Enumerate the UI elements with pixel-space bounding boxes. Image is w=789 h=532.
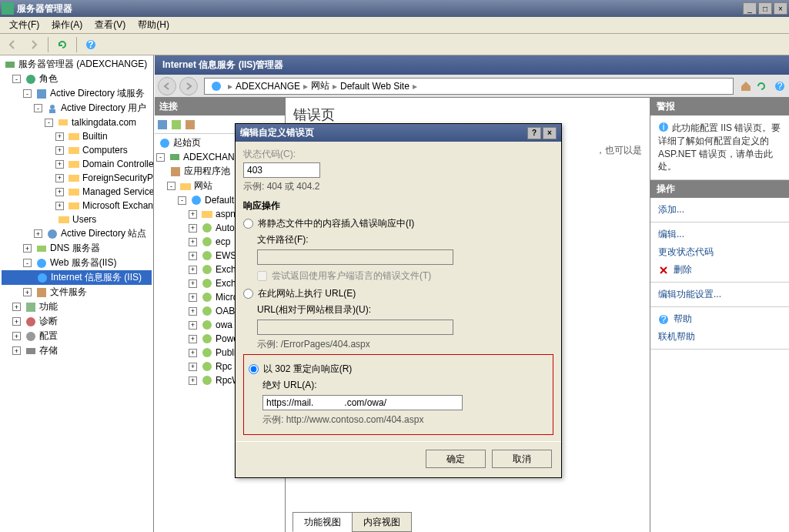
expander-icon[interactable]: - [45,119,53,127]
expander-icon[interactable]: + [189,376,197,385]
expander-icon[interactable]: - [23,259,32,267]
expander-icon[interactable]: + [189,266,197,274]
expander-icon[interactable]: + [34,229,42,238]
tree-fsp[interactable]: +ForeignSecurityPrincipals [2,171,152,185]
toolbar: ? [0,34,789,55]
tree-ad-ds[interactable]: -Active Directory 域服务 [2,86,152,101]
tree-file-svc[interactable]: +文件服务 [2,285,152,299]
file-path-input[interactable] [257,249,453,265]
tree-dc[interactable]: +Domain Controllers [2,157,152,171]
expander-icon[interactable]: + [189,252,197,260]
nav-help-icon[interactable]: ? [774,80,786,92]
ok-button[interactable]: 确定 [426,450,486,468]
tree-roles[interactable]: -角色 [2,72,152,86]
tab-features-view[interactable]: 功能视图 [293,512,353,532]
url-input[interactable] [257,320,453,335]
act-online-help[interactable]: 联机帮助 [650,328,789,346]
expander-icon[interactable]: + [189,307,197,316]
expander-icon[interactable]: + [55,174,64,182]
expander-icon[interactable]: + [12,346,21,355]
tree-ad-sites[interactable]: +Active Directory 站点 [2,226,152,241]
expander-icon[interactable]: + [55,160,64,169]
tree-features[interactable]: +功能 [2,299,152,314]
expander-icon[interactable]: - [156,153,165,162]
expander-icon[interactable]: + [189,321,197,330]
expander-icon[interactable]: + [189,279,197,288]
menu-file[interactable]: 文件(F) [3,17,45,33]
menu-action[interactable]: 操作(A) [45,17,89,33]
expander-icon[interactable]: + [23,244,32,253]
app-icon [201,319,213,331]
expander-icon[interactable]: + [189,293,197,302]
expander-icon[interactable]: + [55,146,64,155]
tree-storage[interactable]: +存储 [2,343,152,358]
app-icon [201,374,213,386]
tree-root[interactable]: 服务器管理器 (ADEXCHANGE) [2,57,152,72]
svg-point-41 [202,279,212,288]
radio-302[interactable]: 以 302 重定向响应(R) [249,363,548,376]
expander-icon[interactable]: + [189,210,197,219]
expander-icon[interactable]: - [12,75,21,83]
menu-view[interactable]: 查看(V) [89,17,132,33]
tree-ms-exch[interactable]: +Microsoft Exchange [2,199,152,212]
home-icon[interactable] [740,80,752,92]
disconnect-icon[interactable] [184,119,196,131]
tree-web-iis[interactable]: -Web 服务器(IIS) [2,256,152,270]
cancel-button[interactable]: 取消 [492,450,552,468]
bc-default-site[interactable]: Default Web Site [340,81,410,92]
radio-static[interactable]: 将静态文件中的内容插入错误响应中(I) [243,217,553,230]
tree-diag[interactable]: +诊断 [2,314,152,329]
expander-icon[interactable]: + [189,349,197,357]
refresh-icon[interactable] [755,80,767,92]
expander-icon[interactable]: + [23,288,32,296]
abs-url-input[interactable] [262,395,463,410]
dialog-close-button[interactable]: × [543,127,557,139]
dialog-help-button[interactable]: ? [527,127,541,139]
expander-icon[interactable]: + [55,188,64,196]
radio-exec-url[interactable]: 在此网站上执行 URL(E) [243,287,553,300]
info-icon: i [658,122,669,132]
expander-icon[interactable]: + [55,132,64,141]
tab-content-view[interactable]: 内容视图 [352,512,412,532]
tree-msa[interactable]: +Managed Service Accounts [2,185,152,199]
expander-icon[interactable]: + [189,224,197,233]
expander-icon[interactable]: - [167,182,176,190]
expander-icon[interactable]: - [34,104,42,112]
tree-computers[interactable]: +Computers [2,143,152,157]
expander-icon[interactable]: + [12,332,21,340]
svg-rect-3 [5,62,15,68]
act-add[interactable]: 添加... [650,201,789,219]
save-icon[interactable] [156,119,169,131]
expander-icon[interactable]: + [55,202,64,210]
help-button[interactable]: ? [82,36,100,53]
expander-icon[interactable]: + [12,303,21,311]
tree-builtin[interactable]: +Builtin [2,129,152,143]
tree-users[interactable]: Users [2,212,152,226]
tree-config[interactable]: +配置 [2,329,152,343]
tree-iis-manager[interactable]: Internet 信息服务 (IIS) [2,270,152,285]
act-change-code[interactable]: 更改状态代码 [650,243,789,261]
tree-ad-users[interactable]: -Active Directory 用户 [2,101,152,115]
expander-icon[interactable]: + [189,363,197,371]
bc-server[interactable]: ADEXCHANGE [236,81,300,92]
expander-icon[interactable]: + [189,238,197,246]
expander-icon[interactable]: + [12,317,21,326]
expander-icon[interactable]: - [23,89,32,98]
status-code-input[interactable] [243,162,320,178]
act-help[interactable]: ?帮助 [650,310,789,328]
refresh-button[interactable] [53,36,72,53]
act-feature-settings[interactable]: 编辑功能设置... [650,286,789,303]
breadcrumb[interactable]: ▸ ADEXCHANGE ▸ 网站 ▸ Default Web Site ▸ [204,78,734,95]
maximize-button[interactable]: □ [758,2,772,15]
connect-icon[interactable] [170,119,182,131]
minimize-button[interactable]: _ [743,2,757,15]
act-delete[interactable]: 删除 [650,261,789,279]
tree-dns[interactable]: +DNS 服务器 [2,241,152,256]
bc-sites[interactable]: 网站 [311,79,329,92]
tree-domain[interactable]: -talkingdata.com [2,115,152,129]
expander-icon[interactable]: - [178,196,186,205]
menu-help[interactable]: 帮助(H) [132,17,176,33]
expander-icon[interactable]: + [189,335,197,343]
act-edit[interactable]: 编辑... [650,226,789,243]
close-button[interactable]: × [774,2,787,15]
